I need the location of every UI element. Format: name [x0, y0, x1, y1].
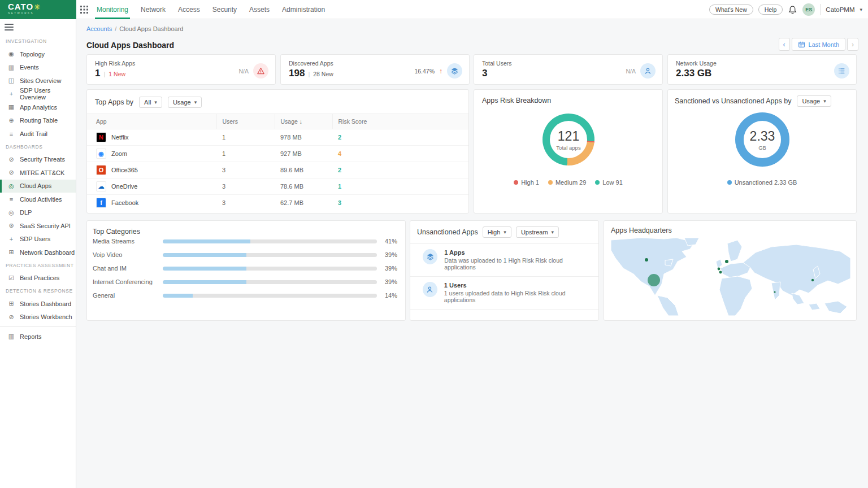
table-row[interactable]: NNetflix 1 978 MB 2 — [87, 129, 468, 146]
app-users: 1 — [216, 129, 275, 146]
date-next-button[interactable]: › — [847, 38, 858, 51]
map-title: Apps Headquarters — [604, 221, 856, 234]
map-marker-india[interactable] — [774, 291, 775, 293]
sidebar-item-label: Reports — [20, 333, 42, 340]
col-risk-score[interactable]: Risk Score — [332, 114, 468, 129]
table-row[interactable]: ◉Zoom 1 927 MB 4 — [87, 146, 468, 162]
table-row[interactable]: ☁OneDrive 3 78.6 MB 1 — [87, 178, 468, 195]
date-range-button[interactable]: Last Month — [792, 38, 845, 51]
kpi-discovered-apps: Discovered Apps 198|28 New 16.47%↑ — [280, 54, 470, 85]
cloud-activities-icon: ≡ — [7, 196, 15, 203]
trend-up-icon: ↑ — [439, 67, 442, 75]
col-app[interactable]: App — [87, 114, 216, 129]
sidebar-item-reports[interactable]: ▥Reports — [0, 330, 76, 343]
sidebar-item-stories-dashboard[interactable]: ⊞Stories Dashboard — [0, 297, 76, 311]
whats-new-button[interactable]: What's New — [709, 5, 753, 15]
sidebar-item-routing-table[interactable]: ⊕Routing Table — [0, 114, 76, 128]
sidebar-item-label: App Analytics — [20, 104, 57, 111]
account-caret-icon[interactable]: ▾ — [860, 7, 862, 12]
col-users[interactable]: Users — [216, 114, 275, 129]
sidebar-item-saas-security-api[interactable]: ⊛SaaS Security API — [0, 219, 76, 233]
sanctioned-filter-usage[interactable]: Usage▾ — [797, 95, 831, 107]
legend-dot — [548, 180, 553, 185]
sidebar-item-sites-overview[interactable]: ◫Sites Overview — [0, 74, 76, 88]
unsanctioned-filter-risk[interactable]: High▾ — [483, 226, 511, 238]
pipe-separator: | — [308, 71, 310, 77]
col-usage[interactable]: Usage ↓ — [275, 114, 332, 129]
stories-workbench-icon: ⊘ — [7, 313, 15, 321]
category-value: 39% — [377, 278, 397, 285]
map-marker-us[interactable] — [648, 274, 660, 286]
unsanctioned-apps-item[interactable]: 1 Apps Data was uploaded to 1 High Risk … — [410, 244, 598, 276]
sidebar-item-sdp-users-overview[interactable]: +SDP Users Overview — [0, 88, 76, 101]
sidebar-item-topology[interactable]: ◉Topology — [0, 47, 76, 61]
sidebar-item-dlp[interactable]: ◎DLP — [0, 206, 76, 220]
help-button[interactable]: Help — [758, 5, 783, 15]
sidebar-item-stories-workbench[interactable]: ⊘Stories Workbench — [0, 311, 76, 324]
category-label: Media Streams — [93, 238, 163, 245]
sidebar-item-cloud-activities[interactable]: ≡Cloud Activities — [0, 193, 76, 206]
facebook-app-icon: f — [96, 198, 106, 208]
nav-security[interactable]: Security — [211, 0, 238, 19]
nav-assets[interactable]: Assets — [248, 0, 271, 19]
kpi-sub-value: 28 New — [313, 71, 333, 77]
sidebar-item-events[interactable]: ▥Events — [0, 61, 76, 75]
header-right: What's New Help ES CatoPMM ▾ — [709, 0, 862, 19]
user-icon — [423, 282, 437, 297]
logo-subtext: NETWORKS — [8, 12, 76, 15]
sidebar-collapse-icon[interactable] — [5, 24, 14, 30]
user-avatar[interactable]: ES — [802, 3, 815, 16]
top-apps-filter-usage[interactable]: Usage▾ — [168, 97, 202, 108]
category-bar-fill — [163, 280, 246, 284]
map-marker-japan[interactable] — [811, 279, 814, 281]
cato-logo[interactable]: CATO✳ NETWORKS — [0, 0, 76, 19]
sidebar-item-mitre[interactable]: ⊘MITRE ATT&CK — [0, 166, 76, 180]
table-row[interactable]: OOffice365 3 89.6 MB 2 — [87, 162, 468, 178]
sidebar-item-cloud-apps[interactable]: ◎Cloud Apps — [0, 180, 76, 193]
sidebar-item-app-analytics[interactable]: ▦App Analytics — [0, 101, 76, 114]
sanctioned-unit: GB — [758, 145, 766, 151]
table-row[interactable]: fFacebook 3 62.7 MB 3 — [87, 195, 468, 211]
map-marker-uk[interactable] — [718, 268, 721, 271]
app-users: 3 — [216, 178, 275, 195]
donut-center: 2.33 GB — [735, 112, 789, 167]
sidebar-item-sdp-users[interactable]: +SDP Users — [0, 233, 76, 246]
sidebar-item-audit-trail[interactable]: ≡Audit Trail — [0, 127, 76, 141]
sidebar-item-best-practices[interactable]: ☑Best Practices — [0, 272, 76, 285]
category-label: Voip Video — [93, 251, 163, 258]
unsanctioned-apps-card: Unsanctioned Apps High▾ Upstream▾ 1 Apps… — [410, 220, 599, 321]
onedrive-app-icon: ☁ — [96, 181, 106, 191]
category-bar-track — [163, 239, 377, 243]
map-marker-canada[interactable] — [645, 258, 648, 262]
breadcrumb-accounts-link[interactable]: Accounts — [86, 25, 112, 32]
nav-administration[interactable]: Administration — [280, 0, 327, 19]
map-marker-netherlands[interactable] — [725, 260, 728, 263]
nav-network[interactable]: Network — [139, 0, 167, 19]
apps-grid-icon[interactable] — [80, 5, 89, 14]
user-icon — [640, 63, 656, 79]
sidebar-item-network-dashboard[interactable]: ⊞Network Dashboard — [0, 246, 76, 259]
risk-score: 3 — [338, 199, 341, 206]
unsanctioned-filter-direction[interactable]: Upstream▾ — [516, 226, 559, 238]
section-investigation: INVESTIGATION — [0, 35, 76, 47]
unsanctioned-users-item[interactable]: 1 Users 1 users uploaded data to High Ri… — [410, 277, 598, 309]
sidebar-item-label: Security Threats — [20, 156, 65, 163]
category-row: Voip Video 39% — [93, 250, 397, 259]
category-label: Chat and IM — [93, 265, 163, 272]
nav-access[interactable]: Access — [176, 0, 202, 19]
account-name[interactable]: CatoPMM — [826, 6, 854, 13]
map-marker-france[interactable] — [719, 271, 722, 274]
kpi-sub-value: 1 New — [108, 71, 125, 77]
top-apps-filter-all[interactable]: All▾ — [139, 97, 162, 108]
saas-security-icon: ⊛ — [7, 222, 15, 229]
nav-monitoring[interactable]: Monitoring — [95, 0, 130, 19]
date-prev-button[interactable]: ‹ — [779, 38, 790, 51]
section-practices: PRACTICES ASSESSMENT — [0, 259, 76, 272]
sites-overview-icon: ◫ — [7, 77, 15, 84]
app-name: OneDrive — [111, 183, 137, 190]
date-range-picker: ‹ Last Month › — [779, 38, 858, 51]
sidebar-item-security-threats[interactable]: ⊘Security Threats — [0, 153, 76, 167]
notifications-bell-icon[interactable] — [788, 5, 797, 15]
top-nav: Monitoring Network Access Security Asset… — [95, 0, 327, 19]
sidebar-menu: INVESTIGATION ◉Topology ▥Events ◫Sites O… — [0, 35, 76, 343]
